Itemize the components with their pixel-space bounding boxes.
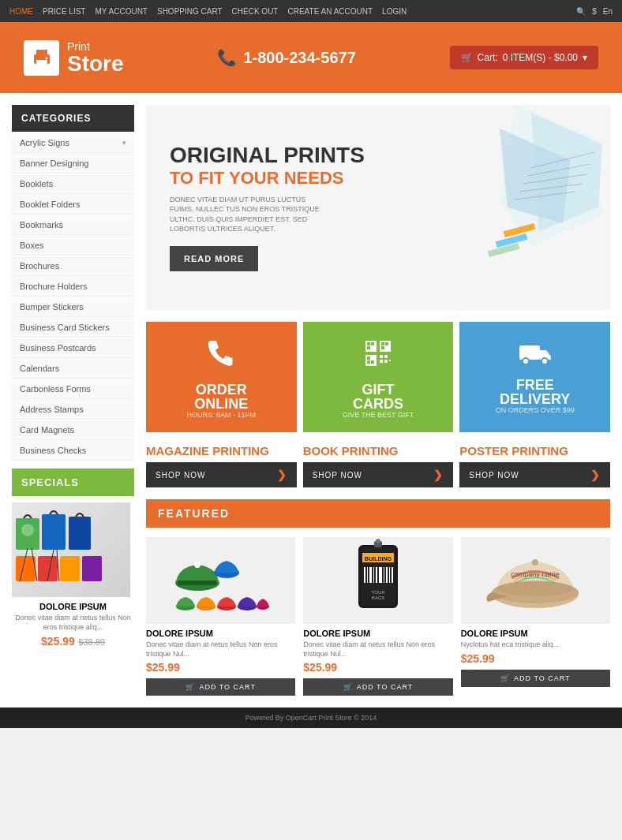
- product-1-price: $25.99: [146, 661, 295, 674]
- magazine-shop-now[interactable]: SHOP NOW ❯: [146, 462, 297, 487]
- search-icon[interactable]: 🔍: [576, 7, 586, 16]
- logo[interactable]: Print Store: [24, 40, 124, 76]
- svg-text:BAGS: BAGS: [372, 595, 385, 600]
- printing-book: BOOK PRINTING SHOP NOW ❯: [303, 444, 454, 487]
- logo-icon: [24, 40, 59, 76]
- svg-rect-29: [371, 342, 374, 345]
- svg-rect-65: [379, 567, 382, 583]
- nav-pricelist[interactable]: PRICE LIST: [43, 7, 85, 16]
- feature-free-delivery[interactable]: FREEDELIVERY ON ORDERS OVER $99: [459, 322, 610, 432]
- svg-rect-69: [392, 567, 393, 583]
- svg-rect-6: [42, 514, 66, 550]
- footer-text: Powered By OpenCart Print Store © 2014: [245, 714, 377, 722]
- header-phone: 📞 1-800-234-5677: [217, 48, 355, 67]
- free-delivery-note: ON ORDERS OVER $99: [496, 406, 575, 414]
- product-card-3: company name DOLORE IPSUM Nyclotus hat e…: [461, 537, 610, 696]
- specials-product-desc: Donec vitae diam at netus tellus Non ero…: [12, 614, 134, 632]
- printer-icon: [31, 47, 53, 69]
- sidebar-item-card-magnets[interactable]: Card Magnets: [12, 420, 134, 440]
- printing-poster: POSTER PRINTING SHOP NOW ❯: [459, 444, 610, 487]
- svg-rect-39: [380, 355, 383, 358]
- feature-order-online[interactable]: ORDERONLINE HOURS: 8AM - 11PM: [146, 322, 297, 432]
- sidebar-item-calendars[interactable]: Calendars: [12, 359, 134, 379]
- product-card-1: DOLORE IPSUM Donec vitae diam at netus t…: [146, 537, 295, 696]
- sidebar-item-brochure-holders[interactable]: Brochure Holders: [12, 277, 134, 297]
- svg-point-5: [21, 524, 34, 536]
- magazine-title: MAGAZINE PRINTING: [146, 444, 297, 457]
- footer: Powered By OpenCart Print Store © 2014: [0, 707, 622, 728]
- top-bar-right: 🔍 $ En: [576, 7, 613, 16]
- sidebar-item-biz-postcards[interactable]: Business Postcards: [12, 338, 134, 358]
- svg-rect-32: [381, 342, 384, 345]
- sidebar-item-carbonless[interactable]: Carbonless Forms: [12, 379, 134, 399]
- svg-rect-40: [384, 355, 388, 358]
- book-title: BOOK PRINTING: [303, 444, 454, 457]
- add-to-cart-3[interactable]: 🛒 ADD TO CART: [461, 670, 610, 687]
- specials-banner[interactable]: SPECIALS: [12, 469, 134, 496]
- svg-rect-44: [519, 345, 540, 360]
- sidebar-item-brochures[interactable]: Brochures: [12, 256, 134, 276]
- nav-home[interactable]: HOME: [9, 7, 33, 16]
- product-card-2: BUILDING YOUR BAGS: [303, 537, 452, 696]
- gift-cards-note: GIVE THE BEST GIFT: [343, 411, 414, 419]
- magazine-arrow: ❯: [277, 469, 287, 481]
- svg-rect-28: [367, 342, 370, 345]
- svg-point-76: [497, 581, 573, 596]
- language[interactable]: En: [603, 7, 613, 16]
- header: Print Store 📞 1-800-234-5677 🛒 Cart: 0 I…: [0, 22, 622, 93]
- add-to-cart-2[interactable]: 🛒 ADD TO CART: [303, 678, 452, 696]
- product-2-desc: Donec vitae diam at netus tellus Non ero…: [303, 640, 452, 659]
- hero-banner: ORIGINAL PRINTS TO FIT YOUR NEEDS DONEC …: [146, 105, 610, 310]
- poster-shop-now[interactable]: SHOP NOW ❯: [459, 462, 610, 487]
- content: ORIGINAL PRINTS TO FIT YOUR NEEDS DONEC …: [134, 105, 610, 696]
- categories-header: CATEGORIES: [12, 105, 134, 132]
- sidebar-item-acrylic[interactable]: Acrylic Signs ▾: [12, 133, 134, 153]
- sidebar-item-address-stamps[interactable]: Address Stamps: [12, 400, 134, 420]
- printing-sections: MAGAZINE PRINTING SHOP NOW ❯ BOOK PRINTI…: [146, 444, 610, 487]
- sidebar-item-booklets[interactable]: Booklets: [12, 174, 134, 194]
- product-2-price: $25.99: [303, 661, 452, 674]
- nav-cart[interactable]: SHOPPING CART: [157, 7, 223, 16]
- nav-myaccount[interactable]: MY ACCOUNT: [95, 7, 148, 16]
- sidebar-item-banner[interactable]: Banner Designing: [12, 154, 134, 174]
- feature-gift-cards[interactable]: GIFTCARDS GIVE THE BEST GIFT: [303, 322, 454, 432]
- read-more-button[interactable]: READ MORE: [170, 246, 258, 271]
- product-image-2: BUILDING YOUR BAGS: [303, 537, 452, 624]
- svg-rect-43: [389, 360, 391, 361]
- featured-header: FEATURED: [146, 499, 610, 528]
- cart-button[interactable]: 🛒 Cart: 0 ITEM(S) - $0.00 ▾: [450, 46, 598, 69]
- nav-checkout[interactable]: CHECK OUT: [232, 7, 279, 16]
- nav-createaccount[interactable]: CREATE AN ACCOUNT: [287, 7, 373, 16]
- product-image-1: [146, 537, 295, 624]
- phone-feature-icon: [204, 336, 238, 378]
- svg-rect-42: [384, 360, 388, 363]
- svg-rect-61: [367, 567, 368, 583]
- svg-rect-38: [371, 360, 374, 364]
- sidebar-item-bumper[interactable]: Bumper Stickers: [12, 297, 134, 317]
- specials-price: $25.99: [41, 635, 75, 648]
- svg-rect-33: [385, 342, 388, 345]
- hero-title: ORIGINAL PRINTS: [170, 144, 365, 168]
- sidebar-item-booklet-folders[interactable]: Booklet Folders: [12, 195, 134, 215]
- specials-product-image: [12, 502, 130, 597]
- sidebar-item-biz-checks[interactable]: Business Checks: [12, 441, 134, 461]
- sidebar-item-bookmarks[interactable]: Bookmarks: [12, 215, 134, 235]
- svg-rect-41: [380, 360, 383, 363]
- sidebar-item-biz-card-stickers[interactable]: Business Card Stickers: [12, 318, 134, 338]
- nav-login[interactable]: LOGIN: [382, 7, 407, 16]
- book-shop-now[interactable]: SHOP NOW ❯: [303, 462, 454, 487]
- svg-rect-36: [367, 357, 370, 360]
- cart-chevron: ▾: [583, 52, 587, 63]
- cart-icon-1: 🛒: [185, 683, 195, 691]
- svg-rect-48: [178, 581, 217, 585]
- phone-icon: 📞: [217, 48, 237, 67]
- svg-text:company name: company name: [511, 570, 560, 578]
- sidebar-item-boxes[interactable]: Boxes: [12, 236, 134, 256]
- svg-rect-62: [369, 567, 372, 583]
- svg-point-3: [45, 58, 47, 60]
- add-to-cart-1[interactable]: 🛒 ADD TO CART: [146, 678, 295, 696]
- feature-boxes: ORDERONLINE HOURS: 8AM - 11PM: [146, 322, 610, 432]
- svg-point-73: [376, 539, 380, 543]
- svg-rect-8: [16, 556, 36, 581]
- svg-rect-63: [373, 567, 374, 583]
